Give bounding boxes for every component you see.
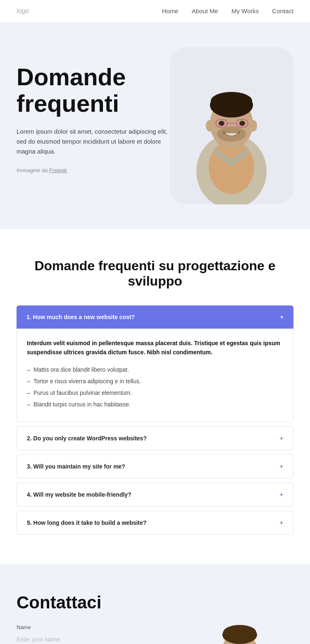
hero-image <box>169 47 293 204</box>
hero-section: Domande frequenti Lorem ipsum dolor sit … <box>0 22 310 229</box>
hero-image-credit: Immagine da Freepik <box>17 166 169 175</box>
faq-header-4[interactable]: 4. Will my website be mobile-friendly? + <box>17 483 293 506</box>
faq-header-2[interactable]: 2. Do you only create WordPress websites… <box>17 427 293 450</box>
faq-answer-list-1: Mattis ora dice blandit libero volutpat.… <box>27 364 283 410</box>
list-item: Tortor e risus viverra adipiscing e in t… <box>27 375 283 387</box>
faq-question-3: 3. Will you maintain my site for me? <box>27 463 125 470</box>
nav-contact[interactable]: Contact <box>272 7 293 14</box>
hero-title: Domande frequenti <box>17 64 169 117</box>
nav-home[interactable]: Home <box>162 7 179 14</box>
faq-body-1: Interdum velit euismod in pellentesque m… <box>17 329 293 422</box>
nav-works[interactable]: My Works <box>231 7 259 14</box>
list-item: Mattis ora dice blandit libero volutpat. <box>27 364 283 375</box>
hero-description: Lorem ipsum dolor sit amet, consectetur … <box>17 127 169 156</box>
svg-point-11 <box>219 121 224 126</box>
hero-freepik-link[interactable]: Freepik <box>49 167 67 173</box>
faq-question-1: 1. How much does a new website cost? <box>26 314 135 320</box>
faq-question-4: 4. Will my website be mobile-friendly? <box>27 491 131 498</box>
svg-point-14 <box>249 120 257 132</box>
faq-question-2: 2. Do you only create WordPress websites… <box>27 435 147 442</box>
svg-point-38 <box>223 625 256 640</box>
faq-section: Domande frequenti su progettazione e svi… <box>0 229 310 564</box>
contact-form-area: Contattaci Name Email INVIA Immagine da … <box>17 593 165 644</box>
svg-point-13 <box>206 120 214 132</box>
hero-person-svg <box>169 47 293 204</box>
svg-point-6 <box>211 92 252 110</box>
contact-person-svg <box>190 609 289 644</box>
name-form-group: Name <box>17 624 165 644</box>
navigation: logo Home About Me My Works Contact <box>0 0 310 22</box>
faq-item-4: 4. Will my website be mobile-friendly? + <box>17 483 293 507</box>
svg-point-12 <box>239 121 245 126</box>
list-item: Blandit turpis cursus in hac habitasse. <box>27 399 283 410</box>
list-item: Purus ut faucibus pulvinar elementum. <box>27 387 283 399</box>
logo: logo <box>17 7 29 15</box>
faq-item-1: 1. How much does a new website cost? + I… <box>17 305 293 422</box>
nav-links: Home About Me My Works Contact <box>162 7 293 15</box>
name-label: Name <box>17 624 165 630</box>
faq-plus-icon-1: + <box>280 314 284 320</box>
faq-header-5[interactable]: 5. How long does it take to build a webs… <box>17 511 293 534</box>
contact-title: Contattaci <box>17 593 165 613</box>
faq-item-5: 5. How long does it take to build a webs… <box>17 511 293 535</box>
faq-item-3: 3. Will you maintain my site for me? + <box>17 454 293 478</box>
faq-plus-icon-3: + <box>280 464 283 469</box>
nav-about[interactable]: About Me <box>192 7 218 14</box>
contact-section: Contattaci Name Email INVIA Immagine da … <box>0 564 310 644</box>
faq-question-5: 5. How long does it take to build a webs… <box>27 519 146 526</box>
faq-plus-icon-4: + <box>280 492 283 497</box>
faq-plus-icon-5: + <box>280 520 283 526</box>
hero-text: Domande frequenti Lorem ipsum dolor sit … <box>17 39 169 185</box>
name-input[interactable] <box>17 633 165 644</box>
faq-plus-icon-2: + <box>280 435 283 441</box>
contact-image-area <box>186 593 293 644</box>
faq-answer-bold-1: Interdum velit euismod in pellentesque m… <box>27 339 283 357</box>
faq-header-3[interactable]: 3. Will you maintain my site for me? + <box>17 455 293 478</box>
faq-section-title: Domande frequenti su progettazione e svi… <box>17 258 293 289</box>
faq-header-1[interactable]: 1. How much does a new website cost? + <box>17 305 293 329</box>
faq-item-2: 2. Do you only create WordPress websites… <box>17 426 293 450</box>
